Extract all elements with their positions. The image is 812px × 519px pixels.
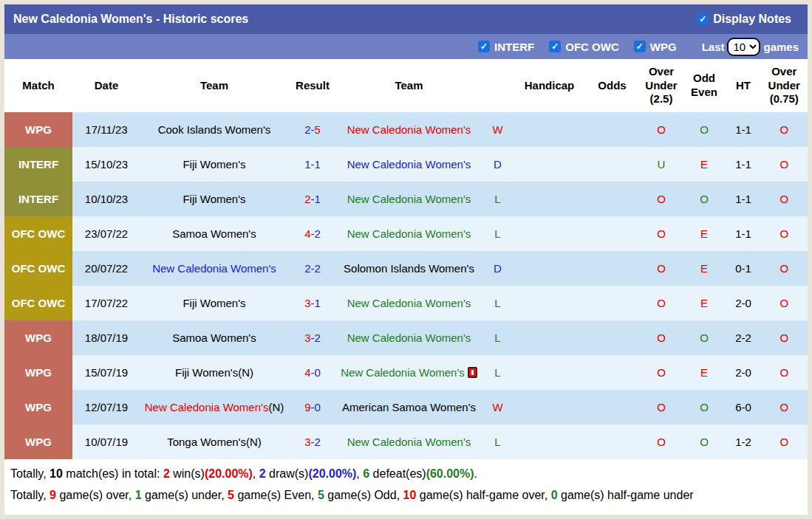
outcome-letter: L (481, 320, 514, 355)
last-games-select[interactable]: 10 (727, 38, 760, 56)
home-team: Samoa Women's (140, 320, 288, 355)
checkbox-checked-icon[interactable] (549, 41, 561, 52)
summary-segment: 9 (50, 489, 56, 501)
match-date: 10/07/19 (72, 425, 140, 459)
over-under-075-value: O (779, 227, 788, 240)
away-score: 2 (315, 331, 321, 344)
col-handicap: Handicap (514, 59, 584, 112)
away-score: 2 (315, 436, 321, 448)
match-date: 20/07/22 (72, 251, 140, 286)
odds-cell (584, 320, 640, 355)
odds-cell (584, 425, 640, 459)
home-team: Fiji Women's(N) (140, 355, 288, 390)
home-team-name: Samoa Women's (172, 331, 256, 344)
red-card-icon (468, 367, 477, 378)
odds-cell (584, 390, 640, 425)
match-date: 17/11/23 (72, 112, 140, 147)
table-row: INTERF10/10/23Fiji Women's2-1New Caledon… (4, 182, 808, 216)
summary-segment: 1 (135, 489, 142, 501)
away-score: 2 (315, 227, 321, 240)
filter-interf[interactable]: INTERF (478, 41, 534, 53)
col-outcome (481, 59, 514, 112)
home-score: 9 (304, 401, 310, 413)
over-under-075-cell: O (761, 390, 808, 425)
over-under-25-cell: O (640, 425, 683, 459)
away-team-name: New Caledonia Women's (347, 227, 471, 240)
summary-segment: 2 (163, 467, 170, 480)
odd-even-value: O (700, 193, 709, 205)
table-row: WPG18/07/19Samoa Women's3-2New Caledonia… (4, 320, 808, 355)
over-under-25-value: O (657, 227, 666, 240)
home-team-name: New Caledonia Women's (152, 262, 276, 275)
table-row: OFC OWC17/07/22Fiji Women's3-1New Caledo… (4, 286, 808, 320)
over-under-075-cell: O (761, 147, 808, 182)
home-team: Fiji Women's (140, 182, 288, 216)
away-score: 5 (315, 123, 321, 136)
over-under-25-value: O (657, 401, 666, 413)
summary-line-2: Totally, 9 game(s) over, 1 game(s) under… (10, 484, 802, 506)
outcome-value: L (494, 366, 500, 379)
over-under-075-value: O (779, 297, 788, 309)
over-under-075-cell: O (761, 425, 808, 459)
odds-cell (584, 286, 640, 320)
over-under-075-cell: O (761, 320, 808, 355)
outcome-value: L (494, 436, 500, 448)
result-score: 2-5 (288, 112, 337, 147)
page-title: New Caledonia Women's - Historic scores (13, 13, 248, 26)
last-games-control: Last 10 games (702, 38, 799, 56)
summary-segment: 10 (403, 489, 417, 501)
league-badge: INTERF (4, 147, 72, 182)
handicap-cell (514, 355, 584, 390)
over-under-25-cell: O (640, 286, 683, 320)
handicap-cell (514, 112, 584, 147)
away-score: 1 (315, 193, 321, 205)
odd-even-cell: O (683, 182, 726, 216)
filter-ofc-owc[interactable]: OFC OWC (549, 41, 619, 53)
away-team: New Caledonia Women's (337, 425, 481, 459)
over-under-075-value: O (779, 158, 788, 171)
home-team-name: Fiji Women's (182, 297, 245, 309)
over-under-25-cell: O (640, 320, 683, 355)
odd-even-cell: E (683, 355, 726, 390)
table-row: WPG10/07/19Tonga Women's(N)3-2New Caledo… (4, 425, 808, 459)
match-date: 15/10/23 (72, 147, 140, 182)
home-team: Cook Islands Women's (140, 112, 288, 147)
checkbox-checked-icon[interactable] (634, 41, 646, 52)
over-under-25-value: O (657, 436, 666, 448)
outcome-letter: W (481, 112, 514, 147)
away-score: 1 (315, 297, 321, 309)
match-date: 18/07/19 (72, 320, 140, 355)
home-team: Fiji Women's (140, 286, 288, 320)
result-score: 4-0 (288, 355, 337, 390)
checkbox-checked-icon[interactable] (478, 41, 490, 52)
away-score: 0 (315, 401, 321, 413)
col-team-away: Team (337, 59, 481, 112)
filter-wpg[interactable]: WPG (634, 41, 677, 53)
summary-segment: 5 (318, 489, 324, 501)
away-team: American Samoa Women's (337, 390, 481, 425)
league-badge: WPG (4, 112, 72, 147)
outcome-value: L (494, 193, 500, 205)
away-team: New Caledonia Women's (337, 147, 481, 182)
home-score: 3 (304, 436, 310, 448)
summary-segment: game(s) under, (142, 489, 228, 501)
over-under-25-cell: O (640, 216, 683, 251)
checkbox-checked-icon[interactable] (697, 13, 709, 25)
half-time-score: 6-0 (726, 390, 761, 425)
summary-segment: 5 (228, 489, 234, 501)
over-under-075-cell: O (761, 355, 808, 390)
league-badge: INTERF (4, 182, 72, 216)
league-badge: WPG (4, 425, 72, 459)
away-score: 1 (315, 158, 321, 171)
over-under-075-cell: O (761, 182, 808, 216)
match-date: 10/10/23 (72, 182, 140, 216)
half-time-score: 1-2 (726, 425, 761, 459)
result-score: 9-0 (288, 390, 337, 425)
handicap-cell (514, 425, 584, 459)
summary-segment: 10 (50, 467, 63, 480)
filter-bar: INTERF OFC OWC WPG Last 10 games (4, 34, 808, 59)
display-notes-toggle[interactable]: Display Notes (697, 13, 791, 26)
over-under-25-value: O (657, 262, 666, 275)
summary-segment: 0 (551, 489, 558, 501)
odds-cell (584, 147, 640, 182)
